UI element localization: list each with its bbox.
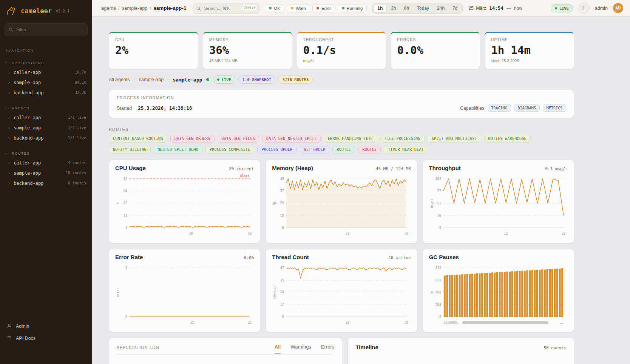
topbar: agents / sample-app / sample-app-1 Ctrl+… — [92, 0, 630, 17]
sidebar-section-header: APPLICATIONS — [0, 59, 92, 67]
timeline-card: Timeline 50 events — [347, 338, 574, 364]
live-label: LIVE — [559, 6, 569, 11]
route-badge-get-order[interactable]: GET-ORDER — [300, 146, 330, 154]
logo-row[interactable]: cameleer v3.2.1 — [0, 0, 92, 20]
charts-grid: CPU Usage2% current 021436485Alert%3059 … — [109, 160, 574, 332]
time-range-today[interactable]: Today — [413, 4, 433, 12]
log-tab-warnings[interactable]: Warnings — [290, 344, 311, 354]
status-dot-icon — [342, 7, 344, 9]
status-filter-warn[interactable]: Warn — [287, 4, 310, 12]
route-badge-file-processing[interactable]: FILE-PROCESSING — [380, 135, 425, 143]
svg-text:30: 30 — [189, 232, 193, 235]
username: admin — [595, 6, 608, 11]
time-range-24h[interactable]: 24h — [433, 4, 448, 12]
chart-card-cpu-usage: CPU Usage2% current 021436485Alert%3059 — [109, 160, 260, 243]
time-range-1h[interactable]: 1h — [373, 4, 387, 12]
sample-app-link[interactable]: sample-app — [139, 77, 164, 82]
sidebar-item-backend-app[interactable]: ›backend-app1/1 live — [0, 133, 92, 143]
chevron-right-icon: › — [8, 181, 14, 186]
capabilities-label: Capabilities — [460, 106, 485, 111]
route-badge-route2[interactable]: ROUTE2 — [358, 146, 381, 154]
filter-input[interactable] — [5, 23, 88, 36]
route-badge-timer-heartbeat[interactable]: TIMER-HEARTBEAT — [384, 146, 428, 154]
route-badge-data-gen-nested-split[interactable]: DATA-GEN-NESTED-SPLIT — [262, 135, 321, 143]
all-agents-link[interactable]: All Agents — [109, 77, 130, 82]
breadcrumb: agents / sample-app / sample-app-1 — [101, 5, 186, 11]
status-filter-error[interactable]: Error — [312, 4, 335, 12]
svg-text:12: 12 — [190, 321, 194, 324]
route-badge-process-composite[interactable]: PROCESS-COMPOSITE — [205, 146, 254, 154]
breadcrumb-separator: / — [118, 5, 120, 11]
agent-breadcrumb-row: All Agents · sample-app · sample-app LIV… — [109, 75, 574, 84]
sidebar-item-caller-app[interactable]: ›caller-app10.7k — [0, 67, 92, 77]
route-badge-process-order[interactable]: PROCESS-ORDER — [257, 146, 296, 154]
route-badge-error-handling-test[interactable]: ERROR-HANDLING-TEST — [324, 135, 377, 143]
route-badge-route1[interactable]: ROUTE1 — [332, 146, 355, 154]
breadcrumb-agents[interactable]: agents — [101, 5, 116, 11]
avatar[interactable]: AD — [613, 3, 623, 13]
route-badge-data-gen-orders[interactable]: DATA-GEN-ORDERS — [170, 135, 215, 143]
status-filter-running[interactable]: Running — [338, 4, 367, 12]
stat-label: ERRORS — [397, 38, 474, 42]
route-badge-notify-billing[interactable]: NOTIFY-BILLING — [109, 146, 151, 154]
breadcrumb-current: sample-app-1 — [153, 5, 186, 11]
cpu-usage-chart: 021436485Alert%3059 — [115, 173, 254, 239]
sidebar-section-routes: ROUTES›caller-app4 routes›sample-app16 r… — [0, 150, 92, 188]
svg-text:64: 64 — [124, 189, 127, 193]
dark-mode-toggle[interactable]: ☾ — [578, 3, 590, 14]
sidebar-item-backend-app[interactable]: ›backend-app6 routes — [0, 178, 92, 188]
sidebar-item-caller-app[interactable]: ›caller-app4 routes — [0, 158, 92, 168]
svg-text:611: 611 — [435, 278, 441, 282]
svg-text:12: 12 — [280, 214, 284, 218]
route-badge-split-and-multicast[interactable]: SPLIT-AND-MULTICAST — [428, 135, 481, 143]
time-range-7d[interactable]: 7d — [449, 4, 461, 12]
status-dot-icon — [269, 7, 272, 9]
svg-text:24: 24 — [280, 290, 284, 294]
footer-item-api-docs[interactable]: API Docs — [6, 332, 86, 344]
sidebar-item-sample-app[interactable]: ›sample-app16 routes — [0, 168, 92, 178]
main-column: agents / sample-app / sample-app-1 Ctrl+… — [92, 0, 630, 364]
chart-card-memory-heap: Memory (Heap)45 MB / 124 MB 012253749MB3… — [266, 160, 417, 243]
svg-text:204: 204 — [435, 303, 441, 307]
footer-item-admin[interactable]: Admin — [6, 320, 86, 332]
route-badge-content-based-routing[interactable]: CONTENT-BASED-ROUTING — [109, 135, 167, 143]
sidebar-item-backend-app[interactable]: ›backend-app32.2k — [0, 88, 92, 98]
log-tab-errors[interactable]: Errors — [321, 344, 334, 354]
svg-text:2020080…: 2020080… — [443, 321, 459, 324]
sidebar-item-caller-app[interactable]: ›caller-app1/1 live — [0, 112, 92, 123]
date-range[interactable]: 25. März 14:54 — now — [469, 5, 522, 11]
time-range-6h[interactable]: 6h — [400, 4, 413, 12]
sidebar-item-badge: 1/1 live — [68, 115, 86, 120]
live-dot-icon — [555, 7, 557, 9]
route-badge-data-gen-files[interactable]: DATA-GEN-FILES — [218, 135, 259, 143]
chart-current-value: 0.0% — [244, 255, 254, 260]
stat-label: MEMORY — [209, 38, 286, 42]
docs-icon — [6, 335, 12, 341]
route-badge-notify-warehouse[interactable]: NOTIFY-WAREHOUSE — [484, 135, 531, 143]
sidebar-item-sample-app[interactable]: ›sample-app1/1 live — [0, 123, 92, 133]
log-tab-all[interactable]: All — [275, 344, 281, 354]
breadcrumb-sample-app[interactable]: sample-app — [122, 5, 148, 11]
svg-text:1: 1 — [125, 266, 127, 270]
status-filter-label: Error — [321, 6, 331, 11]
search-icon — [196, 6, 201, 12]
svg-text:Alert: Alert — [240, 174, 250, 178]
status-filter-ok[interactable]: OK — [265, 4, 284, 12]
chart-current-value: 45 MB / 124 MB — [376, 166, 411, 171]
sidebar-item-sample-app[interactable]: ›sample-app84.1k — [0, 77, 92, 88]
sidebar-footer: AdminAPI Docs — [0, 315, 92, 364]
app-screen: cameleer v3.2.1 NAVIGATION APPLICATIONS›… — [0, 0, 630, 364]
route-badge-nested-split-demo[interactable]: NESTED-SPLIT-DEMO — [154, 146, 202, 154]
status-filter-label: OK — [274, 6, 280, 11]
section-bullet-icon — [5, 108, 6, 109]
status-dot-icon — [291, 7, 293, 9]
svg-text:msg/s: msg/s — [430, 198, 434, 208]
time-range-3h[interactable]: 3h — [387, 4, 400, 12]
live-indicator[interactable]: LIVE — [551, 4, 573, 12]
sidebar-item-badge: 84.1k — [75, 80, 86, 84]
agent-badges: LIVE1.0-SNAPSHOT3/16 ROUTES — [213, 75, 313, 84]
capability-badge-tracing: TRACING — [488, 104, 511, 112]
sidebar-filter — [5, 23, 88, 36]
chart-current-value: 2% current — [229, 166, 254, 171]
status-filter-label: Running — [347, 6, 363, 11]
